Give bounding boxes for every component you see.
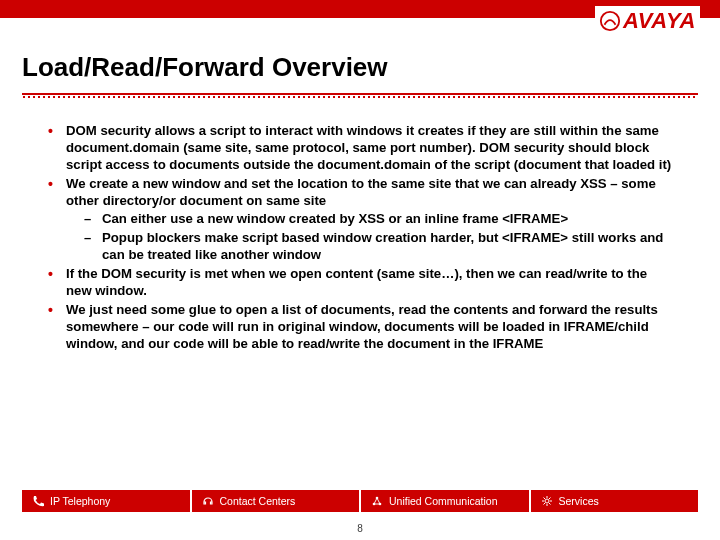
footer-label: Services [559,495,599,507]
avaya-mark-icon [599,10,621,32]
gear-icon [541,495,553,507]
svg-point-4 [545,499,549,503]
slide: AVAYA Load/Read/Forward Overview DOM sec… [0,0,720,540]
footer-nav: IP Telephony Contact Centers Unified Com… [0,481,720,521]
footer-label: Unified Communication [389,495,498,507]
footer-item-contact-centers: Contact Centers [192,490,360,512]
page-title: Load/Read/Forward Overview [22,52,698,83]
brand-logo: AVAYA [595,6,700,36]
bullet-text: We create a new window and set the locat… [66,176,656,208]
bullet-item: If the DOM security is met when we open … [48,266,672,300]
sub-bullet-item: Can either use a new window created by X… [74,211,672,228]
title-underline-decoration [22,93,698,95]
page-number: 8 [0,521,720,540]
sub-bullet-list: Can either use a new window created by X… [66,211,672,264]
phone-icon [32,495,44,507]
bullet-text: We just need some glue to open a list of… [66,302,658,351]
sub-bullet-text: Can either use a new window created by X… [102,211,568,226]
network-icon [371,495,383,507]
headset-icon [202,495,214,507]
sub-bullet-item: Popup blockers make script based window … [74,230,672,264]
bullet-item: We just need some glue to open a list of… [48,302,672,353]
bullet-list: DOM security allows a script to interact… [48,123,672,353]
bullet-item: We create a new window and set the locat… [48,176,672,264]
sub-bullet-text: Popup blockers make script based window … [102,230,663,262]
footer-item-ip-telephony: IP Telephony [22,490,190,512]
footer-label: Contact Centers [220,495,296,507]
brand-name: AVAYA [623,8,696,34]
bullet-item: DOM security allows a script to interact… [48,123,672,174]
footer-item-unified-communication: Unified Communication [361,490,529,512]
footer-label: IP Telephony [50,495,110,507]
footer-item-services: Services [531,490,699,512]
bullet-text: If the DOM security is met when we open … [66,266,647,298]
slide-body: DOM security allows a script to interact… [0,95,720,481]
bullet-text: DOM security allows a script to interact… [66,123,671,172]
